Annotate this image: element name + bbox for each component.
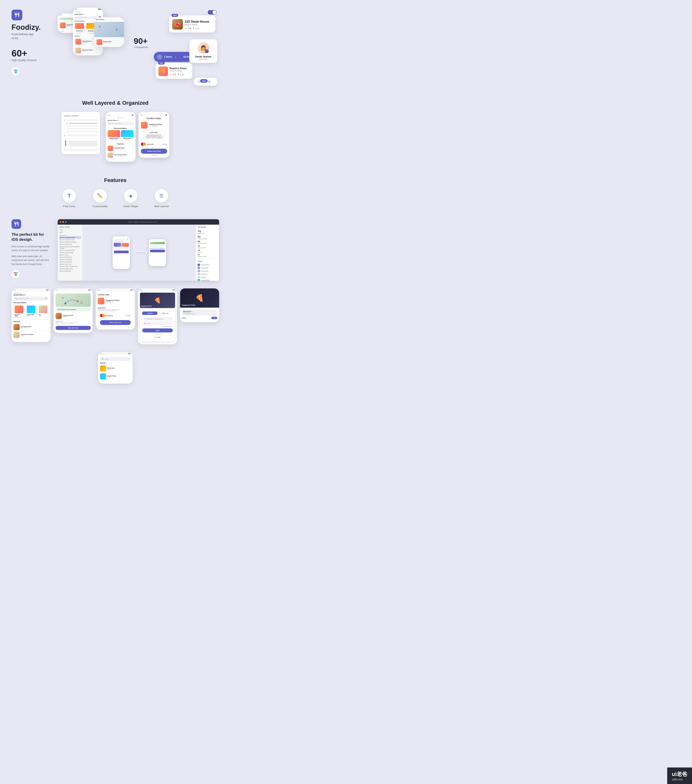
dt-sidebar: Layers Assets Pages ▶ UI Components ▶ 10… — [58, 225, 82, 281]
layered-content: Layers Assets ▶ ▶ ▶ ▶ 9:41▌▌ Delivered t… — [12, 112, 219, 162]
screen-noodle: 9:41▌▌▌ 🔍 Noodle ✕ Result Mie Bo Nari No… — [98, 352, 133, 384]
bottom-extra-section: 9:41▌▌▌ 🔍 Noodle ✕ Result Mie Bo Nari No… — [0, 352, 231, 391]
well-layered-title: Well Layered & Organized — [12, 100, 219, 106]
vector-shape-icon: ◈ — [124, 189, 137, 203]
qty-plus[interactable]: + — [207, 79, 211, 84]
screen-login: 9:41▌▌▌ 🍕 Roarin's Pizza Pizza & Pasta L… — [138, 288, 177, 344]
dt-close[interactable] — [59, 221, 61, 223]
rate-order-btn[interactable]: Rate My Order — [56, 326, 91, 330]
brand-tagline: Food Delivery AppUI Kit — [12, 32, 54, 40]
delivery-status: Your food has been delivered — [56, 308, 91, 311]
ios-title: The perfect kit for iOS design. — [12, 232, 50, 242]
ios-left: The perfect kit for iOS design. Each scr… — [12, 219, 50, 278]
deliver-btn[interactable]: Deliver My Food — [141, 149, 167, 154]
screen-delivery: 9:41▌▌▌ 📍 🏠 Your food has been delivered… — [54, 288, 93, 333]
bottom-screens-section: 9:41▌▌▌ Delivered to Qntab Office ▾ 🔍 Se… — [0, 288, 231, 352]
change-link[interactable]: Change — [126, 315, 131, 316]
hero-right: New 🥩 123 Steak House Meat & Steak ★ 4.8… — [154, 8, 219, 88]
hero-left: Foodizy. Food Delivery AppUI Kit 60+ Hig… — [12, 8, 54, 76]
screen-home: 9:41▌▌▌ Delivered to Qntab Office ▾ 🔍 Se… — [12, 288, 51, 342]
dt-canvas: ▌▌ 12 · Delivering Food ▌▌ — [82, 225, 196, 281]
feature-free-fonts: T Free Fonts — [56, 189, 82, 208]
cart-card[interactable]: 🛒 2 Items | $3.50 — [154, 52, 192, 62]
search-icon-2: 🔍 — [102, 358, 104, 360]
features-title: Features — [12, 177, 219, 183]
dt-window-title: Crafts - Foodizy - Food Delivery App UI … — [128, 221, 157, 223]
dt-minimize[interactable] — [62, 221, 64, 223]
ios-icon — [12, 219, 21, 229]
brand-name: Foodizy. — [12, 23, 54, 31]
phone-confirm: 9:41▌▌ Confirm Order Pepperoni Pizza Qua… — [138, 112, 169, 158]
customizable-icon: ✏️ — [93, 189, 107, 203]
phone-mockup-3: Sarah Jeanne 📍 📍 Roarin's Pizza Pizza & … — [94, 17, 124, 47]
svg-point-0 — [64, 303, 66, 305]
email-field[interactable]: 📧 johncadymoresl2@gmail.com — [142, 317, 173, 321]
ios-desc-1: Each screen is contained high quality ve… — [12, 245, 50, 252]
phone-list: 9:41▌▌ Delivered to Qntab Office ▾ → 🔍 S… — [106, 112, 135, 162]
google-login-button[interactable]: G Google — [142, 335, 173, 339]
feature-vector-shape: ◈ Vector Shape — [117, 189, 144, 208]
dt-phone-small-2: ▌▌ — [149, 239, 166, 266]
feature-customizable: ✏️ Customizable — [86, 189, 114, 208]
login-card: Log In Sign Up 📧 johncadymoresl2@gmail.c… — [140, 309, 175, 341]
login-tab[interactable]: Log In — [142, 311, 158, 315]
figma-badge-bottom — [12, 270, 20, 278]
phones-center: 9:41▌▌ Delivered to Qntab Office ▾ → 🔍 S… — [106, 112, 169, 162]
free-fonts-label: Free Fonts — [56, 205, 82, 208]
hero-section: Foodizy. Food Delivery AppUI Kit 60+ Hig… — [0, 0, 231, 92]
camera-icon: 📷 — [205, 49, 209, 53]
cart-icon: 🛒 — [157, 54, 162, 59]
vector-shape-label: Vector Shape — [117, 205, 144, 208]
customizable-label: Customizable — [86, 205, 114, 208]
password-field[interactable]: 🔒 •••••••••• — [142, 321, 173, 325]
well-layered-label: Well Layered — [148, 205, 175, 208]
brand-icon — [12, 10, 22, 20]
screen-confirm: 9:41▌▌▌ Confirm Order Pepperoni Pizza Qu… — [96, 288, 135, 329]
roarins-pizza-card: New 🍕 Roarin's Pizza Pizza & Pasta ★ 4.8… — [156, 63, 192, 79]
search-icon-1: 🔍 — [15, 298, 17, 300]
forgot-password[interactable]: Forgot Password? — [142, 326, 173, 327]
well-layered-icon: ☰ — [155, 189, 168, 203]
dt-phone-small-1: ▌▌ — [113, 236, 130, 269]
figma-badge-hero — [12, 68, 20, 76]
dt-toolbar: Crafts - Foodizy - Food Delivery App UI … — [58, 219, 219, 225]
ios-section: The perfect kit for iOS design. Each scr… — [0, 216, 231, 288]
features-section: Features T Free Fonts ✏️ Customizable ◈ … — [0, 170, 231, 216]
components-stats: 90+ Components — [134, 36, 148, 49]
map-area: 📍 🏠 — [56, 293, 91, 307]
ios-desc-2: With clean and sleek style, All componen… — [12, 254, 50, 266]
deliver-btn-2[interactable]: Deliver My Food — [100, 320, 130, 325]
feature-well-layered: ☰ Well Layered — [148, 189, 175, 208]
layers-panel: Layers Assets ▶ ▶ ▶ ▶ — [61, 112, 100, 154]
design-tool-screenshot: Crafts - Foodizy - Food Delivery App UI … — [58, 219, 219, 281]
new-badge-small: New — [200, 79, 208, 82]
dt-right-panel: Typography Ag Bold Burner Ag Regular Dis… — [196, 225, 219, 281]
restaurant-card-steak: New 🥩 123 Steak House Meat & Steak ★ 4.8… — [169, 15, 215, 33]
stats-screens: 60+ High Quality Screens — [12, 48, 54, 62]
free-fonts-icon: T — [63, 189, 76, 203]
profile-card: 👩 📷 Sarah Jeanne Indonesia — [189, 40, 217, 63]
svg-point-1 — [77, 300, 78, 302]
dt-maximize[interactable] — [65, 221, 66, 223]
well-layered-section: Well Layered & Organized Layers Assets ▶… — [0, 92, 231, 170]
hero-phones: 9:41▌▌▌ Your food has been delivered Pep… — [58, 8, 150, 88]
features-grid: T Free Fonts ✏️ Customizable ◈ Vector Sh… — [12, 189, 219, 208]
screen-food-item: 🍕 Pepperoni Pizza Delivering to... Qntab… — [180, 288, 219, 322]
signup-tab[interactable]: Sign Up — [157, 311, 173, 315]
login-button[interactable]: Login — [142, 328, 173, 333]
toggle-card[interactable] — [207, 9, 217, 15]
dt-body: Layers Assets Pages ▶ UI Components ▶ 10… — [58, 225, 219, 281]
